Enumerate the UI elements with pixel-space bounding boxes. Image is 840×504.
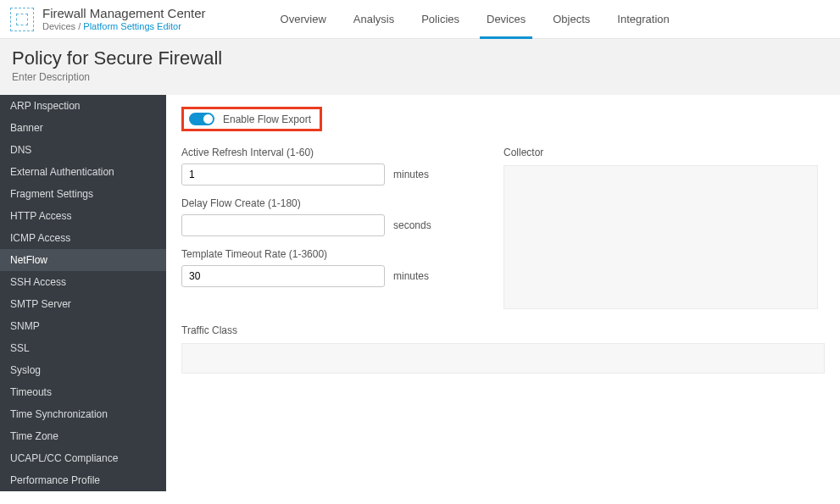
nav-overview[interactable]: Overview <box>267 0 340 38</box>
sidebar-item-ucapl-cc-compliance[interactable]: UCAPL/CC Compliance <box>0 447 166 469</box>
app-logo-icon <box>10 8 34 31</box>
sidebar-item-dns[interactable]: DNS <box>0 139 166 161</box>
main-layout: ARP InspectionBannerDNSExternal Authenti… <box>0 95 840 491</box>
policy-title: Policy for Secure Firewall <box>12 47 828 69</box>
sidebar-item-http-access[interactable]: HTTP Access <box>0 205 166 227</box>
policy-subheader: Policy for Secure Firewall Enter Descrip… <box>0 39 840 95</box>
traffic-class-label: Traffic Class <box>181 324 825 336</box>
template-timeout-field: Template Timeout Rate (1-3600) minutes <box>181 248 470 287</box>
content-area: Enable Flow Export Active Refresh Interv… <box>166 95 840 491</box>
collector-label: Collector <box>503 147 818 158</box>
nav-analysis[interactable]: Analysis <box>340 0 408 38</box>
right-column: Collector <box>503 147 825 309</box>
top-nav: OverviewAnalysisPoliciesDevicesObjectsIn… <box>267 0 683 38</box>
breadcrumb-current[interactable]: Platform Settings Editor <box>83 21 181 31</box>
sidebar-item-external-authentication[interactable]: External Authentication <box>0 161 166 183</box>
enable-flow-export-row: Enable Flow Export <box>181 107 322 131</box>
active-refresh-row: minutes <box>181 163 470 186</box>
enable-flow-export-toggle[interactable] <box>189 113 214 125</box>
app-logo-inner <box>16 14 28 25</box>
template-timeout-row: minutes <box>181 265 470 287</box>
sidebar-item-arp-inspection[interactable]: ARP Inspection <box>0 95 166 117</box>
nav-devices[interactable]: Devices <box>473 0 539 38</box>
sidebar-item-icmp-access[interactable]: ICMP Access <box>0 227 166 249</box>
sidebar-item-performance-profile[interactable]: Performance Profile <box>0 469 166 491</box>
traffic-class-section: Traffic Class <box>181 324 825 374</box>
breadcrumb: Devices / Platform Settings Editor <box>42 21 206 31</box>
sidebar-item-time-zone[interactable]: Time Zone <box>0 425 166 447</box>
app-title: Firewall Management Center <box>42 7 206 21</box>
nav-objects[interactable]: Objects <box>539 0 604 38</box>
enable-flow-export-label: Enable Flow Export <box>223 114 311 125</box>
sidebar-item-fragment-settings[interactable]: Fragment Settings <box>0 183 166 205</box>
delay-flow-unit: seconds <box>393 219 431 231</box>
left-column: Active Refresh Interval (1-60) minutes D… <box>181 147 470 309</box>
breadcrumb-parent[interactable]: Devices <box>42 21 75 31</box>
template-timeout-unit: minutes <box>393 270 429 282</box>
template-timeout-input[interactable] <box>181 265 385 287</box>
sidebar-item-time-synchronization[interactable]: Time Synchronization <box>0 403 166 425</box>
settings-sidebar: ARP InspectionBannerDNSExternal Authenti… <box>0 95 166 491</box>
policy-description[interactable]: Enter Description <box>12 71 828 83</box>
sidebar-item-ssh-access[interactable]: SSH Access <box>0 271 166 293</box>
sidebar-item-netflow[interactable]: NetFlow <box>0 249 166 271</box>
delay-flow-field: Delay Flow Create (1-180) seconds <box>181 197 470 236</box>
toggle-knob <box>203 114 214 125</box>
delay-flow-input[interactable] <box>181 214 385 236</box>
sidebar-item-smtp-server[interactable]: SMTP Server <box>0 293 166 315</box>
active-refresh-input[interactable] <box>181 163 385 186</box>
traffic-class-panel[interactable] <box>181 343 825 374</box>
breadcrumb-sep: / <box>75 21 83 31</box>
logo-block: Firewall Management Center Devices / Pla… <box>0 7 216 32</box>
active-refresh-unit: minutes <box>393 169 429 180</box>
collector-panel[interactable] <box>503 165 818 309</box>
sidebar-item-ssl[interactable]: SSL <box>0 337 166 359</box>
sidebar-item-syslog[interactable]: Syslog <box>0 359 166 381</box>
delay-flow-row: seconds <box>181 214 470 236</box>
delay-flow-label: Delay Flow Create (1-180) <box>181 197 470 209</box>
nav-policies[interactable]: Policies <box>408 0 473 38</box>
title-block: Firewall Management Center Devices / Pla… <box>42 7 206 32</box>
active-refresh-field: Active Refresh Interval (1-60) minutes <box>181 147 470 186</box>
sidebar-item-timeouts[interactable]: Timeouts <box>0 381 166 403</box>
template-timeout-label: Template Timeout Rate (1-3600) <box>181 248 470 260</box>
sidebar-item-snmp[interactable]: SNMP <box>0 315 166 337</box>
form-columns: Active Refresh Interval (1-60) minutes D… <box>181 147 825 309</box>
nav-integration[interactable]: Integration <box>604 0 682 38</box>
active-refresh-label: Active Refresh Interval (1-60) <box>181 147 470 158</box>
sidebar-item-banner[interactable]: Banner <box>0 117 166 139</box>
app-header: Firewall Management Center Devices / Pla… <box>0 0 840 39</box>
